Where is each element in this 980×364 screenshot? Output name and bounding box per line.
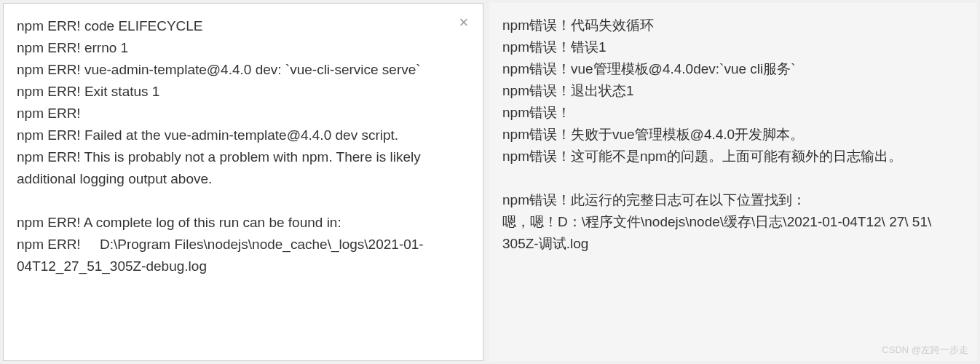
- translation-container: × npm ERR! code ELIFECYCLE npm ERR! errn…: [0, 0, 980, 364]
- close-icon[interactable]: ×: [455, 14, 473, 31]
- translated-text: npm错误！代码失效循环 npm错误！错误1 npm错误！vue管理模板@4.4…: [502, 15, 964, 255]
- watermark: CSDN @左跨一步走: [882, 344, 968, 357]
- source-text[interactable]: npm ERR! code ELIFECYCLE npm ERR! errno …: [17, 15, 470, 277]
- source-panel: × npm ERR! code ELIFECYCLE npm ERR! errn…: [3, 3, 483, 361]
- translation-panel: npm错误！代码失效循环 npm错误！错误1 npm错误！vue管理模板@4.4…: [489, 3, 977, 361]
